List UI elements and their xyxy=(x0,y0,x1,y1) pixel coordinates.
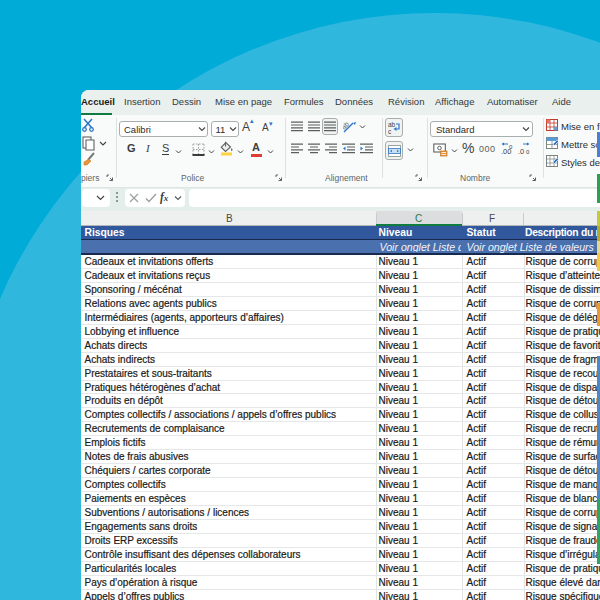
svg-text:0: 0 xyxy=(509,144,513,150)
svg-text:0: 0 xyxy=(526,149,530,155)
svg-text:.0: .0 xyxy=(518,147,524,156)
svg-text:c: c xyxy=(388,128,392,135)
